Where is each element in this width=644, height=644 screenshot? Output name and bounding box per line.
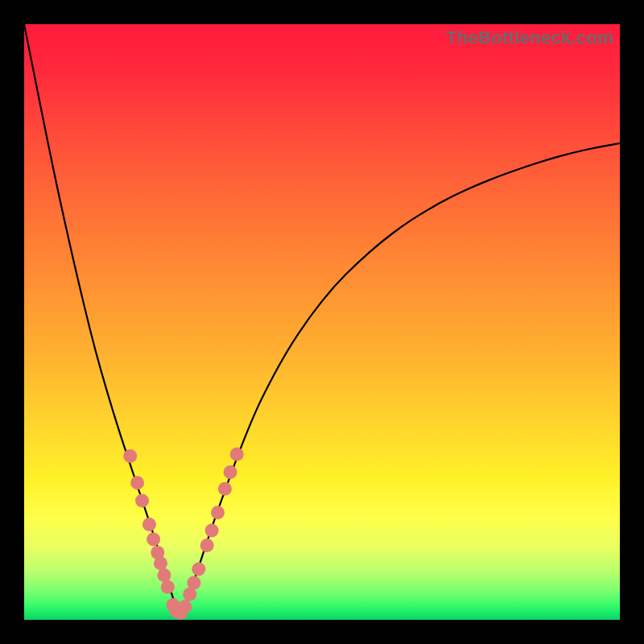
data-marker (142, 518, 156, 531)
data-marker (123, 449, 137, 463)
data-marker (178, 600, 192, 613)
data-marker (187, 576, 200, 590)
marker-group (123, 448, 243, 620)
data-marker (224, 465, 237, 479)
data-marker (230, 448, 244, 461)
data-marker (205, 524, 219, 538)
data-marker (147, 533, 160, 547)
data-marker (161, 580, 175, 594)
data-marker (211, 506, 225, 519)
data-marker (157, 568, 171, 582)
chart-svg (24, 24, 620, 620)
data-marker (218, 482, 232, 496)
data-marker (130, 476, 144, 489)
data-marker (135, 494, 149, 508)
chart-frame: TheBottleneck.com (0, 0, 644, 644)
data-marker (192, 563, 205, 576)
data-marker (200, 539, 214, 552)
data-marker (154, 556, 167, 570)
bottleneck-curve (24, 24, 620, 612)
plot-area: TheBottleneck.com (24, 24, 620, 620)
